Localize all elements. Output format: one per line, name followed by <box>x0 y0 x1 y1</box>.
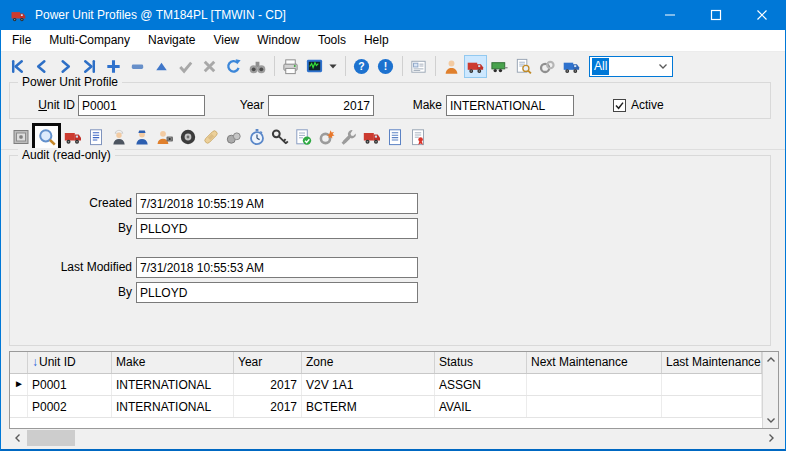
table-row[interactable]: ►P0001INTERNATIONAL2017V2V 1A1ASSGN <box>10 374 778 396</box>
menu-navigate[interactable]: Navigate <box>139 30 204 52</box>
column-header-label: Make <box>116 355 145 369</box>
scroll-left-button[interactable] <box>9 429 26 447</box>
grid-cell[interactable]: V2V 1A1 <box>302 374 435 395</box>
post-icon <box>152 57 171 76</box>
tab-operator[interactable] <box>107 126 130 149</box>
key-icon <box>270 127 290 147</box>
tab-service[interactable] <box>314 126 337 149</box>
grid-cell[interactable] <box>527 396 662 417</box>
column-header-unit-id[interactable]: ↓Unit ID <box>28 352 112 373</box>
column-header-status[interactable]: Status <box>435 352 527 373</box>
cancel-edit-button[interactable] <box>198 55 221 78</box>
grid-cell[interactable]: 2017 <box>234 396 302 417</box>
toolbar-separator <box>345 56 346 76</box>
chevron-down-icon <box>766 415 776 425</box>
tab-maintenance[interactable] <box>337 126 360 149</box>
scroll-right-button[interactable] <box>762 429 779 447</box>
grid-cell[interactable]: 2017 <box>234 374 302 395</box>
toolbar-separator <box>274 56 275 76</box>
tab-reports[interactable] <box>383 126 406 149</box>
tab-parts[interactable] <box>222 126 245 149</box>
grid-cell[interactable]: INTERNATIONAL <box>112 374 234 395</box>
column-header-last-maintenance[interactable]: Last Maintenance <box>662 352 762 373</box>
scrollbar-thumb[interactable] <box>27 430 75 446</box>
grid-cell[interactable] <box>527 374 662 395</box>
grid-cell[interactable]: P0002 <box>28 396 112 417</box>
tab-audit-search[interactable] <box>35 126 58 149</box>
scroll-down-button[interactable] <box>763 412 778 428</box>
year-field[interactable] <box>268 95 374 116</box>
profile-card-button[interactable] <box>407 55 430 78</box>
menu-window[interactable]: Window <box>248 30 309 52</box>
toolbar-separator <box>435 56 436 76</box>
make-field[interactable] <box>446 95 574 116</box>
monitor-dropdown-caret[interactable] <box>327 60 339 72</box>
grid-body: ►P0001INTERNATIONAL2017V2V 1A1ASSGNP0002… <box>10 374 778 418</box>
chevron-down-icon[interactable] <box>657 60 669 72</box>
column-header-zone[interactable]: Zone <box>302 352 435 373</box>
grid-cell[interactable] <box>662 374 762 395</box>
print-button[interactable] <box>279 55 302 78</box>
created-by-field[interactable] <box>136 218 418 239</box>
grid-cell[interactable] <box>662 396 762 417</box>
drivers-button[interactable] <box>440 55 463 78</box>
inspections-button[interactable] <box>512 55 535 78</box>
tab-damage[interactable] <box>199 126 222 149</box>
save-record-button[interactable] <box>174 55 197 78</box>
info-button[interactable]: ! <box>374 55 397 78</box>
active-checkbox[interactable] <box>613 99 626 112</box>
menu-multi-company[interactable]: Multi-Company <box>40 30 139 52</box>
created-field[interactable] <box>136 193 418 214</box>
last-modified-field[interactable] <box>136 257 418 278</box>
tab-notes[interactable] <box>84 126 107 149</box>
grid-horizontal-scrollbar[interactable] <box>9 429 779 447</box>
delete-record-button[interactable] <box>126 55 149 78</box>
menu-file[interactable]: File <box>3 30 40 52</box>
trailers-button[interactable] <box>488 55 511 78</box>
tab-approvals[interactable] <box>291 126 314 149</box>
menu-help[interactable]: Help <box>355 30 398 52</box>
minimize-button[interactable] <box>647 0 693 30</box>
doc-search-icon <box>514 57 533 76</box>
grid-vertical-scrollbar[interactable] <box>762 352 778 428</box>
post-record-button[interactable] <box>150 55 173 78</box>
tab-power-unit[interactable] <box>61 126 84 149</box>
column-header-make[interactable]: Make <box>112 352 234 373</box>
tab-keys[interactable] <box>268 126 291 149</box>
table-row[interactable]: P0002INTERNATIONAL2017BCTERMAVAIL <box>10 396 778 418</box>
refresh-button[interactable] <box>222 55 245 78</box>
grid-cell[interactable]: AVAIL <box>435 396 527 417</box>
column-header-next-maintenance[interactable]: Next Maintenance <box>527 352 662 373</box>
tab-timers[interactable] <box>245 126 268 149</box>
monitor-button[interactable] <box>303 55 326 78</box>
app-window: Power Unit Profiles @ TM184PL [TMWIN - C… <box>0 0 786 451</box>
grid-cell[interactable]: INTERNATIONAL <box>112 396 234 417</box>
chevron-left-icon <box>13 433 23 443</box>
last-modified-label: Last Modified <box>12 257 132 278</box>
scroll-up-button[interactable] <box>763 352 778 368</box>
profile-filter-combo[interactable]: All <box>589 56 673 77</box>
unit-id-field[interactable] <box>78 95 205 116</box>
tab-fleet[interactable] <box>360 126 383 149</box>
modified-by-field[interactable] <box>136 282 418 303</box>
tab-storage[interactable] <box>9 126 32 149</box>
power-units-button[interactable] <box>464 55 487 78</box>
maximize-button[interactable] <box>693 0 739 30</box>
tab-officer[interactable] <box>130 126 153 149</box>
grid-cell[interactable]: BCTERM <box>302 396 435 417</box>
tab-tires[interactable] <box>176 126 199 149</box>
menu-view[interactable]: View <box>204 30 248 52</box>
column-header-year[interactable]: Year <box>234 352 302 373</box>
carriers-button[interactable] <box>560 55 583 78</box>
help-button[interactable]: ? <box>350 55 373 78</box>
find-button[interactable] <box>246 55 269 78</box>
person-icon <box>442 57 461 76</box>
tab-photos[interactable] <box>153 126 176 149</box>
grid-cell[interactable]: ASSGN <box>435 374 527 395</box>
svg-text:!: ! <box>384 61 387 72</box>
close-button[interactable] <box>739 0 785 30</box>
menu-tools[interactable]: Tools <box>309 30 355 52</box>
grid-cell[interactable]: P0001 <box>28 374 112 395</box>
links-button[interactable] <box>536 55 559 78</box>
tab-certificates[interactable] <box>406 126 429 149</box>
